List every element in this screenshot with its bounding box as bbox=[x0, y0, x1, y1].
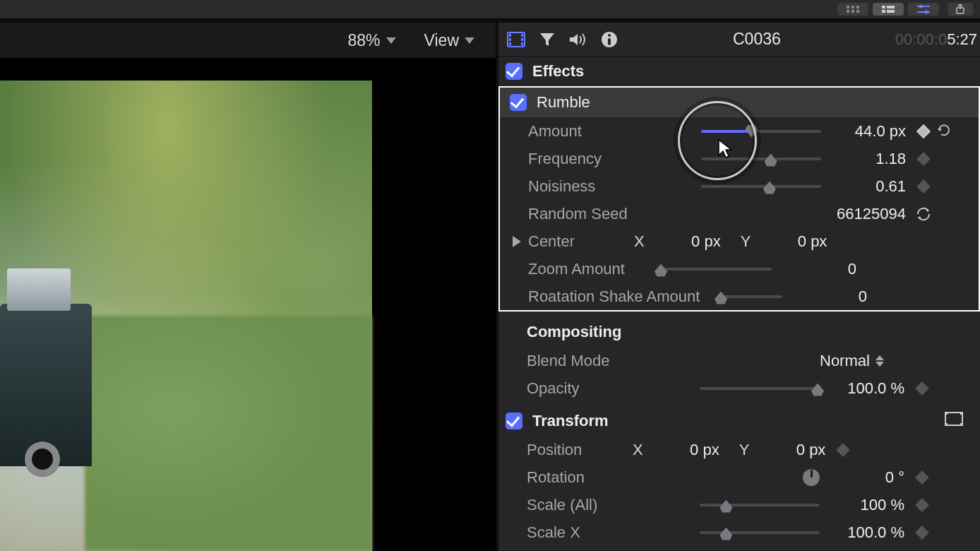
transform-onscreen-icon[interactable] bbox=[945, 412, 963, 430]
svg-rect-20 bbox=[521, 38, 523, 41]
timecode-dim: 00:00:0 bbox=[895, 30, 947, 48]
svg-rect-25 bbox=[945, 413, 962, 425]
param-rotation: Rotation 0 ° bbox=[498, 463, 980, 491]
mode-button-grid[interactable] bbox=[837, 3, 868, 16]
svg-rect-17 bbox=[509, 38, 511, 41]
x-axis-label: X bbox=[634, 232, 645, 251]
scale-all-slider[interactable] bbox=[700, 504, 820, 506]
scale-x-slider[interactable] bbox=[700, 531, 820, 534]
audio-inspector-icon[interactable] bbox=[569, 30, 587, 49]
frequency-value[interactable]: 1.18 bbox=[821, 150, 906, 168]
opacity-slider[interactable] bbox=[700, 387, 820, 390]
random-seed-value[interactable]: 66125094 bbox=[821, 205, 906, 223]
blend-mode-value: Normal bbox=[820, 352, 870, 370]
reset-icon[interactable] bbox=[937, 123, 951, 140]
amount-value[interactable]: 44.0 px bbox=[821, 122, 906, 141]
svg-point-23 bbox=[608, 34, 611, 37]
y-axis-label: Y bbox=[741, 232, 751, 251]
position-label: Position bbox=[527, 441, 633, 459]
rotation-shake-slider[interactable] bbox=[719, 295, 782, 298]
amount-slider[interactable] bbox=[701, 130, 821, 133]
param-opacity: Opacity 100.0 % bbox=[498, 374, 980, 402]
chevron-down-icon bbox=[465, 37, 474, 44]
svg-rect-1 bbox=[851, 6, 854, 8]
position-y-value[interactable]: 0 px bbox=[762, 441, 825, 459]
viewer-header: 88% View bbox=[0, 23, 496, 58]
center-label: Center bbox=[528, 232, 634, 251]
center-x-group: X 0 px bbox=[634, 232, 721, 251]
param-rotation-shake: Roatation Shake Amount 0 bbox=[500, 283, 979, 310]
noisiness-slider[interactable] bbox=[701, 185, 821, 188]
zoom-dropdown[interactable]: 88% bbox=[348, 31, 396, 50]
disclosure-triangle-icon[interactable] bbox=[513, 236, 521, 247]
svg-rect-26 bbox=[945, 412, 948, 415]
timecode-lit: 5:27 bbox=[947, 30, 977, 48]
svg-rect-7 bbox=[887, 6, 895, 8]
center-y-value[interactable]: 0 px bbox=[763, 232, 827, 251]
noisiness-value[interactable]: 0.61 bbox=[821, 177, 906, 196]
blend-mode-select[interactable]: Normal bbox=[820, 352, 884, 370]
mode-button-list[interactable] bbox=[873, 3, 904, 16]
rotation-dial[interactable] bbox=[803, 469, 820, 486]
blend-mode-label: Blend Mode bbox=[527, 352, 700, 370]
center-y-group: Y 0 px bbox=[741, 232, 827, 251]
rumble-checkbox[interactable] bbox=[510, 94, 527, 111]
keyframe-icon[interactable] bbox=[835, 445, 851, 455]
keyframe-icon[interactable] bbox=[914, 473, 930, 482]
transform-heading[interactable]: Transform bbox=[498, 406, 980, 436]
scale-all-value[interactable]: 100 % bbox=[820, 496, 904, 514]
regenerate-icon[interactable] bbox=[916, 206, 931, 222]
section-transform: Transform Position X 0 px Y 0 px Rotatio… bbox=[498, 406, 980, 550]
svg-rect-18 bbox=[509, 42, 511, 45]
position-y-group: Y 0 px bbox=[739, 441, 826, 459]
chevron-down-icon bbox=[386, 37, 396, 44]
effects-checkbox[interactable] bbox=[506, 63, 522, 80]
view-dropdown[interactable]: View bbox=[424, 31, 474, 50]
info-inspector-icon[interactable] bbox=[600, 30, 619, 49]
scale-x-value[interactable]: 100.0 % bbox=[820, 523, 904, 542]
inspector-mode-segment bbox=[837, 3, 939, 16]
rumble-heading-row[interactable]: Rumble bbox=[500, 88, 979, 117]
param-zoom-amount: Zoom Amount 0 bbox=[500, 255, 979, 283]
app-top-toolbar bbox=[0, 0, 980, 18]
transform-label: Transform bbox=[532, 412, 609, 430]
opacity-value[interactable]: 100.0 % bbox=[820, 379, 904, 398]
svg-rect-5 bbox=[856, 10, 859, 13]
rotation-value[interactable]: 0 ° bbox=[820, 468, 904, 487]
noisiness-label: Noisiness bbox=[528, 177, 701, 196]
section-effects-heading[interactable]: Effects bbox=[498, 57, 980, 86]
viewer-pane: 88% View bbox=[0, 23, 496, 551]
filter-inspector-icon[interactable] bbox=[538, 30, 556, 49]
svg-rect-8 bbox=[882, 10, 885, 13]
svg-rect-21 bbox=[521, 42, 523, 45]
viewer-canvas[interactable] bbox=[0, 81, 372, 551]
svg-rect-9 bbox=[887, 10, 895, 13]
amount-label: Amount bbox=[528, 122, 701, 141]
svg-rect-4 bbox=[851, 10, 854, 13]
keyframe-icon[interactable] bbox=[916, 126, 931, 136]
view-label: View bbox=[424, 31, 459, 50]
keyframe-icon[interactable] bbox=[914, 384, 930, 393]
rumble-effect-group: Rumble Amount 44.0 px Frequency 1.18 N bbox=[498, 86, 980, 312]
keyframe-icon[interactable] bbox=[914, 500, 930, 510]
transform-checkbox[interactable] bbox=[506, 413, 522, 429]
share-button[interactable] bbox=[948, 3, 973, 16]
zoom-amount-slider[interactable] bbox=[659, 268, 772, 271]
clip-timecode: 00:00:05:27 bbox=[895, 30, 980, 49]
opacity-label: Opacity bbox=[527, 379, 700, 398]
center-x-value[interactable]: 0 px bbox=[657, 232, 721, 251]
keyframe-icon[interactable] bbox=[916, 154, 931, 164]
position-x-value[interactable]: 0 px bbox=[656, 441, 719, 459]
frequency-slider[interactable] bbox=[701, 158, 821, 160]
mode-button-sliders[interactable] bbox=[908, 3, 939, 16]
compositing-heading[interactable]: Compositing bbox=[498, 317, 980, 347]
zoom-amount-value[interactable]: 0 bbox=[772, 260, 856, 278]
video-inspector-icon[interactable] bbox=[507, 30, 525, 49]
keyframe-icon[interactable] bbox=[916, 182, 931, 191]
rotation-shake-value[interactable]: 0 bbox=[782, 288, 867, 306]
section-compositing: Compositing Blend Mode Normal Opacity 10… bbox=[498, 317, 980, 406]
svg-rect-16 bbox=[509, 34, 511, 37]
svg-rect-19 bbox=[521, 34, 523, 37]
keyframe-icon[interactable] bbox=[914, 528, 930, 538]
inspector-tabs bbox=[507, 30, 619, 49]
